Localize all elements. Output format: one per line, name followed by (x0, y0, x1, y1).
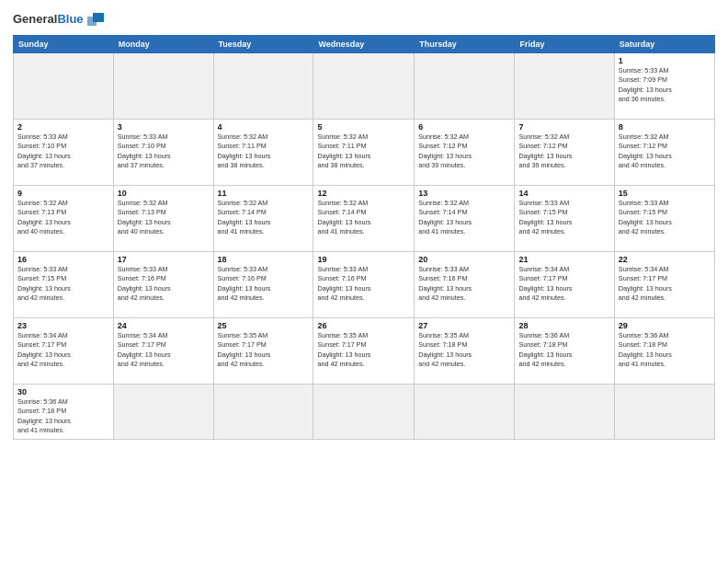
day-number: 10 (118, 189, 210, 198)
day-number: 4 (218, 122, 310, 132)
day-number: 1 (619, 56, 711, 65)
day-number: 27 (418, 321, 510, 330)
day-info: Sunrise: 5:33 AM Sunset: 7:15 PM Dayligh… (17, 265, 109, 304)
day-number: 7 (518, 122, 609, 132)
logo-text: GeneralBlue (13, 13, 84, 26)
calendar-table: SundayMondayTuesdayWednesdayThursdayFrid… (13, 35, 715, 440)
calendar-cell: 7Sunrise: 5:32 AM Sunset: 7:12 PM Daylig… (515, 120, 614, 186)
calendar-cell (515, 385, 614, 440)
day-info: Sunrise: 5:33 AM Sunset: 7:10 PM Dayligh… (17, 132, 109, 171)
calendar-cell (113, 53, 213, 120)
calendar-week-row: 30Sunrise: 5:36 AM Sunset: 7:18 PM Dayli… (14, 385, 715, 440)
weekday-header-thursday: Thursday (415, 36, 515, 53)
day-number: 17 (118, 255, 210, 264)
calendar-cell: 25Sunrise: 5:35 AM Sunset: 7:17 PM Dayli… (213, 318, 313, 385)
day-number: 6 (418, 122, 510, 132)
calendar-cell: 16Sunrise: 5:33 AM Sunset: 7:15 PM Dayli… (14, 252, 114, 318)
day-info: Sunrise: 5:32 AM Sunset: 7:11 PM Dayligh… (218, 132, 310, 171)
calendar-cell: 5Sunrise: 5:32 AM Sunset: 7:11 PM Daylig… (313, 120, 415, 186)
day-info: Sunrise: 5:34 AM Sunset: 7:17 PM Dayligh… (518, 265, 609, 304)
day-number: 16 (17, 255, 109, 264)
calendar-cell: 26Sunrise: 5:35 AM Sunset: 7:17 PM Dayli… (313, 318, 415, 385)
day-number: 21 (518, 255, 609, 264)
day-number: 12 (317, 189, 410, 198)
day-number: 3 (118, 122, 210, 132)
day-info: Sunrise: 5:33 AM Sunset: 7:16 PM Dayligh… (418, 265, 510, 304)
calendar-cell (313, 385, 415, 440)
day-info: Sunrise: 5:32 AM Sunset: 7:13 PM Dayligh… (118, 199, 210, 237)
day-number: 2 (17, 122, 109, 132)
calendar-cell (113, 385, 213, 440)
calendar-cell: 12Sunrise: 5:32 AM Sunset: 7:14 PM Dayli… (313, 186, 415, 252)
weekday-header-friday: Friday (515, 36, 614, 53)
calendar-cell: 2Sunrise: 5:33 AM Sunset: 7:10 PM Daylig… (14, 120, 114, 186)
day-number: 30 (17, 387, 109, 396)
day-info: Sunrise: 5:33 AM Sunset: 7:15 PM Dayligh… (518, 199, 609, 237)
calendar-cell: 29Sunrise: 5:36 AM Sunset: 7:18 PM Dayli… (614, 318, 714, 385)
calendar-cell: 24Sunrise: 5:34 AM Sunset: 7:17 PM Dayli… (113, 318, 213, 385)
calendar-cell (415, 53, 515, 120)
calendar-week-row: 2Sunrise: 5:33 AM Sunset: 7:10 PM Daylig… (14, 120, 715, 186)
day-info: Sunrise: 5:35 AM Sunset: 7:17 PM Dayligh… (317, 331, 410, 370)
logo-icon (85, 9, 106, 29)
day-info: Sunrise: 5:33 AM Sunset: 7:09 PM Dayligh… (619, 66, 711, 105)
day-number: 28 (518, 321, 609, 330)
day-number: 24 (118, 321, 210, 330)
calendar-cell (415, 385, 515, 440)
calendar-cell: 28Sunrise: 5:36 AM Sunset: 7:18 PM Dayli… (515, 318, 614, 385)
day-info: Sunrise: 5:33 AM Sunset: 7:10 PM Dayligh… (118, 132, 210, 171)
calendar-week-row: 23Sunrise: 5:34 AM Sunset: 7:17 PM Dayli… (14, 318, 715, 385)
day-info: Sunrise: 5:32 AM Sunset: 7:14 PM Dayligh… (418, 199, 510, 237)
day-number: 29 (619, 321, 711, 330)
calendar-cell: 4Sunrise: 5:32 AM Sunset: 7:11 PM Daylig… (213, 120, 313, 186)
day-number: 25 (218, 321, 310, 330)
day-number: 22 (619, 255, 711, 264)
day-number: 14 (518, 189, 609, 198)
calendar-cell: 6Sunrise: 5:32 AM Sunset: 7:12 PM Daylig… (415, 120, 515, 186)
day-info: Sunrise: 5:33 AM Sunset: 7:16 PM Dayligh… (218, 265, 310, 304)
calendar-cell: 8Sunrise: 5:32 AM Sunset: 7:12 PM Daylig… (614, 120, 714, 186)
day-info: Sunrise: 5:32 AM Sunset: 7:11 PM Dayligh… (317, 132, 410, 171)
calendar-cell (614, 385, 714, 440)
calendar-cell: 3Sunrise: 5:33 AM Sunset: 7:10 PM Daylig… (113, 120, 213, 186)
calendar-cell: 20Sunrise: 5:33 AM Sunset: 7:16 PM Dayli… (415, 252, 515, 318)
day-info: Sunrise: 5:36 AM Sunset: 7:18 PM Dayligh… (17, 397, 109, 436)
day-info: Sunrise: 5:33 AM Sunset: 7:16 PM Dayligh… (118, 265, 210, 304)
day-number: 20 (418, 255, 510, 264)
day-number: 18 (218, 255, 310, 264)
calendar-week-row: 1Sunrise: 5:33 AM Sunset: 7:09 PM Daylig… (14, 53, 715, 120)
day-number: 23 (17, 321, 109, 330)
weekday-header-wednesday: Wednesday (313, 36, 415, 53)
logo: GeneralBlue (13, 9, 106, 29)
day-info: Sunrise: 5:33 AM Sunset: 7:16 PM Dayligh… (317, 265, 410, 304)
day-info: Sunrise: 5:32 AM Sunset: 7:14 PM Dayligh… (218, 199, 310, 237)
svg-marker-1 (87, 17, 97, 26)
calendar-week-row: 9Sunrise: 5:32 AM Sunset: 7:13 PM Daylig… (14, 186, 715, 252)
day-number: 15 (619, 189, 711, 198)
calendar-cell: 23Sunrise: 5:34 AM Sunset: 7:17 PM Dayli… (14, 318, 114, 385)
day-info: Sunrise: 5:34 AM Sunset: 7:17 PM Dayligh… (619, 265, 711, 304)
day-info: Sunrise: 5:34 AM Sunset: 7:17 PM Dayligh… (118, 331, 210, 370)
calendar-cell: 15Sunrise: 5:33 AM Sunset: 7:15 PM Dayli… (614, 186, 714, 252)
weekday-header-monday: Monday (113, 36, 213, 53)
day-info: Sunrise: 5:34 AM Sunset: 7:17 PM Dayligh… (17, 331, 109, 370)
calendar-cell: 21Sunrise: 5:34 AM Sunset: 7:17 PM Dayli… (515, 252, 614, 318)
calendar-cell (313, 53, 415, 120)
day-number: 5 (317, 122, 410, 132)
calendar-cell: 22Sunrise: 5:34 AM Sunset: 7:17 PM Dayli… (614, 252, 714, 318)
weekday-header-row: SundayMondayTuesdayWednesdayThursdayFrid… (14, 36, 715, 53)
header: GeneralBlue (13, 9, 715, 29)
calendar-cell (213, 53, 313, 120)
calendar-cell (14, 53, 114, 120)
weekday-header-sunday: Sunday (14, 36, 114, 53)
weekday-header-saturday: Saturday (614, 36, 714, 53)
calendar-cell: 18Sunrise: 5:33 AM Sunset: 7:16 PM Dayli… (213, 252, 313, 318)
day-info: Sunrise: 5:32 AM Sunset: 7:12 PM Dayligh… (619, 132, 711, 171)
day-info: Sunrise: 5:35 AM Sunset: 7:17 PM Dayligh… (218, 331, 310, 370)
calendar-week-row: 16Sunrise: 5:33 AM Sunset: 7:15 PM Dayli… (14, 252, 715, 318)
day-number: 13 (418, 189, 510, 198)
calendar-cell: 10Sunrise: 5:32 AM Sunset: 7:13 PM Dayli… (113, 186, 213, 252)
day-number: 11 (218, 189, 310, 198)
weekday-header-tuesday: Tuesday (213, 36, 313, 53)
calendar-cell: 9Sunrise: 5:32 AM Sunset: 7:13 PM Daylig… (14, 186, 114, 252)
